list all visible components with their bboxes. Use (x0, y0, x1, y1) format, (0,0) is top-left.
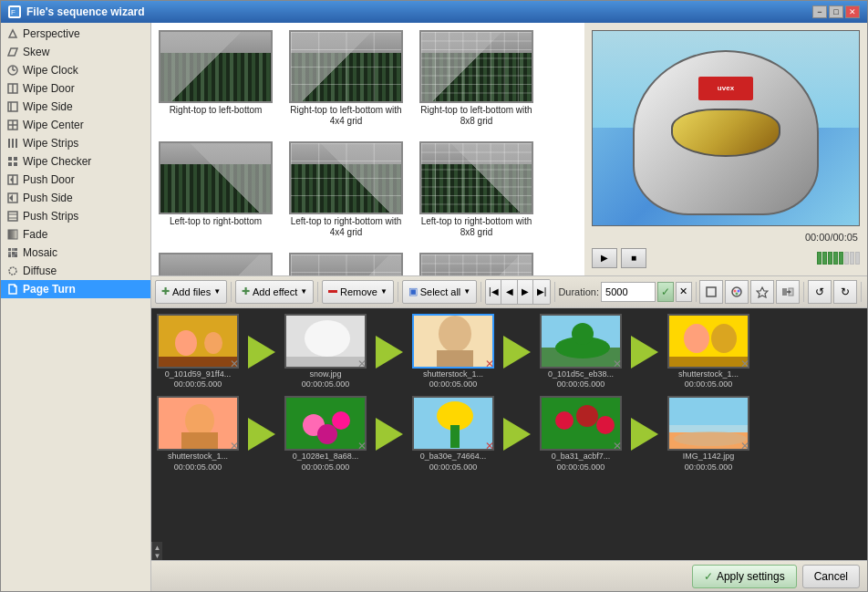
transition-left-top-right-bottom-4x4[interactable]: Left-top to right-bottom with 4x4 grid (289, 141, 403, 238)
add-effect-dropdown-icon: ▼ (300, 287, 307, 296)
film-thumb-9[interactable] (540, 396, 622, 451)
window-controls: − □ ✕ (812, 5, 860, 18)
transition-right-bottom-left-top-8x8[interactable]: Right-bottom to left-top with 8x8 grid (419, 253, 533, 275)
filmstrip-scroll-down[interactable]: ▼ (154, 552, 161, 560)
film-thumb-1[interactable] (157, 314, 239, 369)
film-thumb-container-10: ✕ (667, 396, 749, 451)
sidebar-item-push-door[interactable]: Push Door (1, 171, 150, 189)
nav-first-button[interactable]: |◀ (486, 280, 501, 304)
nav-next-button[interactable]: ▶ (518, 280, 533, 304)
film-delete-10[interactable]: ✕ (739, 440, 751, 452)
sidebar-item-wipe-strips[interactable]: Wipe Strips (1, 134, 150, 152)
transition-arrow-6[interactable] (367, 407, 412, 462)
transition-right-bottom-left-top[interactable]: Right-bottom to left-top (159, 253, 273, 275)
transition-right-top-left-bottom[interactable]: Right-top to left-bottom (159, 30, 273, 127)
film-delete-4[interactable]: ✕ (611, 358, 624, 370)
transition-arrow-7[interactable] (494, 407, 540, 462)
crop-button[interactable] (699, 280, 723, 304)
cancel-button[interactable]: Cancel (802, 565, 860, 588)
film-delete-5[interactable]: ✕ (739, 358, 751, 370)
add-files-button[interactable]: ✚ Add files ▼ (155, 280, 227, 304)
film-thumb-4[interactable] (540, 314, 622, 369)
nav-prev-button[interactable]: ◀ (501, 280, 517, 304)
redo-button[interactable]: ↻ (833, 280, 857, 304)
transition-right-top-left-bottom-4x4[interactable]: Right-top to left-bottom with 4x4 grid (289, 30, 403, 127)
diagonal-wipe (160, 32, 271, 101)
filmstrip-scroll-up[interactable]: ▲ (154, 544, 161, 552)
film-delete-2[interactable]: ✕ (356, 358, 368, 370)
film-thumb-5[interactable] (667, 314, 749, 369)
remove-button[interactable]: Remove ▼ (322, 280, 394, 304)
sidebar-item-wipe-door[interactable]: Wipe Door (1, 79, 150, 98)
effects-button[interactable] (750, 280, 774, 304)
film-thumb-10[interactable] (667, 396, 749, 451)
bottom-toolbar: ✚ Add files ▼ ✚ Add effect ▼ Remove ▼ (151, 275, 867, 308)
main-content: Perspective Skew Wipe Clock Wipe Door (1, 23, 867, 591)
minimize-button[interactable]: − (812, 5, 827, 18)
sidebar-item-push-side[interactable]: Push Side (1, 189, 150, 207)
sidebar-item-wipe-checker[interactable]: Wipe Checker (1, 152, 150, 171)
film-delete-8[interactable]: ✕ (483, 440, 496, 452)
film-item-7: ✕ 0_1028e1_8a68... 00:00:05.000 (284, 396, 367, 473)
filmstrip-scroll[interactable]: ✕ 0_101d59_91ff4... 00:00:05.000 (151, 308, 867, 543)
play-button[interactable]: ▶ (592, 248, 617, 268)
sidebar-item-wipe-side[interactable]: Wipe Side (1, 98, 150, 116)
film-delete-3[interactable]: ✕ (483, 358, 496, 370)
select-all-button[interactable]: ▣ Select all ▼ (402, 280, 478, 304)
film-delete-9[interactable]: ✕ (611, 440, 624, 452)
sep-7 (803, 282, 804, 302)
svg-rect-46 (782, 288, 787, 296)
film-thumb-3[interactable] (412, 314, 494, 369)
transition-right-top-left-bottom-8x8[interactable]: Right-top to left-bottom with 8x8 grid (419, 30, 533, 127)
apply-settings-button[interactable]: ✓ Apply settings (692, 565, 797, 588)
transition-button[interactable] (776, 280, 800, 304)
apply-check-icon: ✓ (704, 570, 713, 583)
transition-arrow-4[interactable] (622, 325, 667, 379)
confirm-button[interactable]: ✓ (657, 282, 674, 302)
transitions-row-3: Right-bottom to left-top (159, 253, 577, 275)
transition-arrow-2[interactable] (367, 325, 412, 379)
maximize-button[interactable]: □ (829, 5, 843, 18)
perspective-icon (6, 27, 19, 40)
film-delete-6[interactable]: ✕ (228, 440, 241, 452)
sidebar-item-diffuse[interactable]: Diffuse (1, 262, 150, 280)
sidebar-item-skew[interactable]: Skew (1, 43, 150, 61)
transition-arrow-8[interactable] (622, 407, 667, 462)
sidebar-item-push-strips[interactable]: Push Strips (1, 207, 150, 225)
sidebar-item-page-turn[interactable]: Page Turn (1, 280, 150, 298)
svg-rect-36 (8, 254, 11, 257)
stop-button[interactable]: ■ (621, 248, 646, 268)
add-effect-button[interactable]: ✚ Add effect ▼ (235, 280, 314, 304)
cancel-small-button[interactable]: ✕ (676, 282, 692, 302)
diagonal-wipe-2 (160, 143, 271, 213)
duration-input[interactable] (601, 282, 656, 302)
transition-left-top-right-bottom[interactable]: Left-top to right-bottom (159, 141, 273, 238)
sidebar-item-perspective[interactable]: Perspective (1, 25, 150, 43)
sidebar-item-mosaic[interactable]: Mosaic (1, 244, 150, 262)
transition-arrow-3[interactable] (494, 325, 540, 379)
film-delete-1[interactable]: ✕ (228, 358, 241, 370)
transition-right-bottom-left-top-4x4[interactable]: Right-bottom to left-top with 4x4 grid (289, 253, 403, 275)
transition-arrow-5[interactable] (239, 407, 284, 462)
wipe-checker-icon (6, 155, 19, 168)
sidebar-item-wipe-clock[interactable]: Wipe Clock (1, 61, 150, 79)
transition-left-top-right-bottom-8x8[interactable]: Left-top to right-bottom with 8x8 grid (419, 141, 533, 238)
sidebar-item-wipe-center[interactable]: Wipe Center (1, 116, 150, 134)
color-button[interactable] (725, 280, 749, 304)
arrow-shape (631, 418, 658, 451)
film-thumb-2[interactable] (284, 314, 367, 369)
undo-button[interactable]: ↺ (808, 280, 832, 304)
svg-marker-45 (757, 287, 768, 297)
nav-last-button[interactable]: ▶| (533, 280, 549, 304)
sidebar-item-fade[interactable]: Fade (1, 225, 150, 244)
film-thumb-7[interactable] (284, 396, 367, 451)
film-thumb-6[interactable] (157, 396, 239, 451)
svg-point-74 (317, 424, 337, 444)
film-info-2: snow.jpg 00:00:05.000 (302, 369, 350, 390)
film-delete-7[interactable]: ✕ (356, 440, 368, 452)
close-button[interactable]: ✕ (845, 5, 860, 18)
film-thumb-8[interactable] (412, 396, 494, 451)
svg-point-79 (555, 411, 574, 430)
svg-rect-38 (15, 254, 17, 257)
transition-arrow-1[interactable] (239, 325, 284, 379)
